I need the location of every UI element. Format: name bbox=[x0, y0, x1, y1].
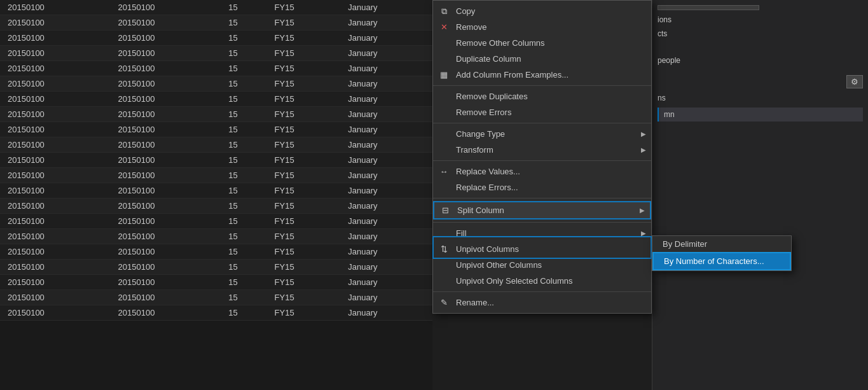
menu-separator bbox=[433, 85, 651, 86]
table-cell-col1: 20150100 bbox=[0, 137, 111, 153]
gear-button[interactable]: ⚙ bbox=[846, 75, 863, 88]
table-cell-col2: 20150100 bbox=[111, 305, 221, 321]
table-cell-col4: FY15 bbox=[267, 31, 341, 46]
menu-item-add-col-examples[interactable]: ▦Add Column From Examples... bbox=[433, 67, 651, 83]
table-row: 201501002015010015FY15January bbox=[0, 0, 432, 15]
table-row: 201501002015010015FY15January bbox=[0, 46, 432, 61]
table-cell-col4: FY15 bbox=[267, 0, 341, 15]
table-cell-col5: January bbox=[340, 76, 432, 92]
table-cell-col1: 20150100 bbox=[0, 61, 111, 76]
table-cell-col2: 20150100 bbox=[111, 290, 221, 305]
table-cell-col3: 15 bbox=[221, 76, 266, 92]
table-cell-col2: 20150100 bbox=[111, 137, 221, 153]
menu-item-duplicate-col[interactable]: Duplicate Column bbox=[433, 51, 651, 67]
menu-separator bbox=[433, 222, 651, 223]
table-row: 201501002015010015FY15January bbox=[0, 122, 432, 137]
table-cell-col4: FY15 bbox=[267, 46, 341, 61]
table-row: 201501002015010015FY15January bbox=[0, 168, 432, 183]
table-row: 201501002015010015FY15January bbox=[0, 76, 432, 92]
menu-item-remove-errors[interactable]: Remove Errors bbox=[433, 104, 651, 120]
table-cell-col1: 20150100 bbox=[0, 244, 111, 260]
data-table: 201501002015010015FY15January20150100201… bbox=[0, 0, 432, 390]
submenu-arrow-icon: ▶ bbox=[641, 230, 646, 237]
table-cell-col3: 15 bbox=[221, 244, 266, 260]
menu-item-remove[interactable]: ✕Remove bbox=[433, 19, 651, 35]
table-cell-col3: 15 bbox=[221, 61, 266, 76]
table-cell-col5: January bbox=[340, 214, 432, 229]
table-cell-col2: 20150100 bbox=[111, 15, 221, 31]
table-cell-col2: 20150100 bbox=[111, 183, 221, 198]
table-cell-col4: FY15 bbox=[267, 290, 341, 305]
table-cell-col3: 15 bbox=[221, 0, 266, 15]
table-row: 201501002015010015FY15January bbox=[0, 183, 432, 198]
by-delimiter-item[interactable]: By Delimiter bbox=[652, 236, 791, 252]
table-cell-col3: 15 bbox=[221, 15, 266, 31]
menu-item-label: Change Type bbox=[456, 129, 505, 139]
menu-item-label: Duplicate Column bbox=[456, 54, 521, 64]
context-menu: ⧉Copy✕RemoveRemove Other ColumnsDuplicat… bbox=[432, 0, 652, 314]
menu-item-replace-errors[interactable]: Replace Errors... bbox=[433, 179, 651, 195]
rp-label-ions: ions bbox=[658, 15, 672, 24]
table-cell-col5: January bbox=[340, 0, 432, 15]
table-cell-col3: 15 bbox=[221, 168, 266, 183]
menu-item-remove-other-cols[interactable]: Remove Other Columns bbox=[433, 35, 651, 51]
menu-item-unpivot-other[interactable]: Unpivot Other Columns bbox=[433, 257, 651, 273]
menu-item-copy[interactable]: ⧉Copy bbox=[433, 3, 651, 19]
menu-item-fill[interactable]: Fill▶ bbox=[433, 225, 651, 241]
table-cell-col2: 20150100 bbox=[111, 260, 221, 275]
menu-item-label: Remove Errors bbox=[456, 108, 511, 117]
rp-input[interactable] bbox=[658, 5, 759, 10]
table-cell-col5: January bbox=[340, 290, 432, 305]
menu-separator bbox=[433, 198, 651, 198]
menu-item-label: Add Column From Examples... bbox=[456, 70, 568, 80]
menu-item-remove-duplicates[interactable]: Remove Duplicates bbox=[433, 88, 651, 104]
table-cell-col4: FY15 bbox=[267, 305, 341, 321]
table-row: 201501002015010015FY15January bbox=[0, 107, 432, 122]
table-cell-col3: 15 bbox=[221, 290, 266, 305]
table-cell-col5: January bbox=[340, 31, 432, 46]
rename-icon: ✎ bbox=[437, 298, 451, 307]
table-cell-col2: 20150100 bbox=[111, 122, 221, 137]
by-number-of-characters-item[interactable]: By Number of Characters... bbox=[652, 252, 791, 270]
rp-selected-row: mn bbox=[658, 108, 863, 122]
menu-item-label: Remove Other Columns bbox=[456, 38, 544, 48]
menu-item-replace-values[interactable]: ↔Replace Values... bbox=[433, 164, 651, 179]
table-cell-col5: January bbox=[340, 168, 432, 183]
table-row: 201501002015010015FY15January bbox=[0, 305, 432, 321]
menu-item-label: Unpivot Only Selected Columns bbox=[456, 276, 573, 286]
table-cell-col5: January bbox=[340, 61, 432, 76]
copy-icon: ⧉ bbox=[437, 6, 451, 17]
submenu-arrow-icon: ▶ bbox=[640, 207, 645, 214]
table-cell-col1: 20150100 bbox=[0, 15, 111, 31]
table-row: 201501002015010015FY15January bbox=[0, 229, 432, 244]
table-row: 201501002015010015FY15January bbox=[0, 214, 432, 229]
table-cell-col4: FY15 bbox=[267, 183, 341, 198]
table-cell-col4: FY15 bbox=[267, 122, 341, 137]
table-cell-col4: FY15 bbox=[267, 198, 341, 214]
table-cell-col2: 20150100 bbox=[111, 107, 221, 122]
table-cell-col1: 20150100 bbox=[0, 214, 111, 229]
table-cell-col5: January bbox=[340, 122, 432, 137]
table-cell-col1: 20150100 bbox=[0, 92, 111, 107]
table-cell-col2: 20150100 bbox=[111, 214, 221, 229]
menu-item-split-column[interactable]: ⊟Split Column▶ bbox=[433, 201, 651, 219]
menu-item-unpivot-cols[interactable]: ⇅Unpivot Columns bbox=[433, 241, 651, 257]
table-cell-col1: 20150100 bbox=[0, 275, 111, 290]
menu-item-change-type[interactable]: Change Type▶ bbox=[433, 126, 651, 142]
table-row: 201501002015010015FY15January bbox=[0, 137, 432, 153]
table-cell-col2: 20150100 bbox=[111, 0, 221, 15]
menu-item-transform[interactable]: Transform▶ bbox=[433, 142, 651, 158]
table-cell-col3: 15 bbox=[221, 198, 266, 214]
table-cell-col5: January bbox=[340, 275, 432, 290]
table-cell-col5: January bbox=[340, 92, 432, 107]
remove-red-icon: ✕ bbox=[437, 22, 451, 32]
menu-item-rename[interactable]: ✎Rename... bbox=[433, 295, 651, 310]
table-cell-col1: 20150100 bbox=[0, 229, 111, 244]
table-cell-col3: 15 bbox=[221, 107, 266, 122]
table-cell-col3: 15 bbox=[221, 31, 266, 46]
table-cell-col5: January bbox=[340, 183, 432, 198]
table-row: 201501002015010015FY15January bbox=[0, 260, 432, 275]
table-cell-col4: FY15 bbox=[267, 107, 341, 122]
table-cell-col4: FY15 bbox=[267, 92, 341, 107]
menu-item-unpivot-selected[interactable]: Unpivot Only Selected Columns bbox=[433, 273, 651, 289]
